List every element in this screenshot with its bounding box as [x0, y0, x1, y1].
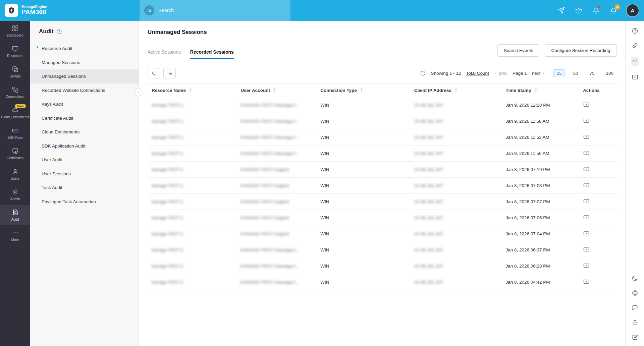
sort-icon[interactable]: [534, 88, 537, 92]
nav-item-groups[interactable]: Groups: [0, 62, 30, 82]
recorded-session-icon[interactable]: [583, 262, 590, 269]
page-size-100[interactable]: 100: [603, 69, 616, 77]
prev-page-button[interactable]: prev: [494, 71, 507, 76]
cell-value: 10.45.181.207: [414, 135, 443, 140]
sidebar-item-label: Unmanaged Sessions: [42, 74, 86, 79]
search-events-button[interactable]: Search Events: [497, 44, 540, 57]
sidebar-item-resource-audit[interactable]: Resource Audit: [30, 42, 139, 56]
actions-cell: [579, 258, 616, 274]
language-globe-icon[interactable]: [632, 290, 638, 296]
cell-value: Jan 8, 2026 07:06 PM: [505, 215, 550, 220]
tab-recorded-sessions[interactable]: Recorded Sessions: [190, 49, 234, 59]
sidebar-item-unmanaged-sessions[interactable]: Unmanaged Sessions: [30, 69, 139, 83]
nav-item-dashboard[interactable]: Dashboard: [0, 21, 30, 41]
nav-item-audit[interactable]: Audit: [0, 205, 30, 225]
cell-value: Jan 8, 2026 06:37 PM: [505, 247, 550, 252]
recorded-session-icon[interactable]: [583, 278, 590, 285]
recorded-session-icon[interactable]: [583, 117, 590, 124]
sidebar-item-keys-audit[interactable]: Keys Audit: [30, 97, 139, 111]
recorded-session-icon[interactable]: [583, 150, 590, 156]
table-search-icon[interactable]: [148, 68, 160, 78]
license-crown-icon[interactable]: [575, 7, 582, 14]
client-ip-cell: 10.45.181.207: [410, 113, 502, 129]
cell-value: 10.45.181.207: [414, 103, 443, 108]
user-account-cell: KANAGA-TEST-1\agent: [237, 162, 317, 178]
user-avatar[interactable]: A: [626, 4, 639, 17]
resource-name-cell: kanaga-TEST-1: [148, 226, 237, 242]
sidebar-item-managed-sessions[interactable]: Managed Sessions: [30, 56, 139, 70]
column-header-actions: Actions: [579, 84, 616, 97]
sidebar-item-user-audit[interactable]: User Audit: [30, 153, 139, 167]
cell-value: KANAGA-TEST-1\agent: [241, 167, 289, 172]
sidebar-item-recorded-website-connections[interactable]: Recorded Website Connections: [30, 83, 139, 98]
sidebar-item-label: SDK Application Audit: [42, 143, 86, 149]
notifications-bell-icon[interactable]: 4: [610, 7, 617, 14]
certificates-icon: [12, 148, 19, 155]
column-header-connection-type[interactable]: Connection Type: [316, 84, 410, 97]
recorded-session-icon[interactable]: [583, 198, 590, 205]
help-circle-icon[interactable]: [632, 27, 638, 34]
recorded-session-icon[interactable]: [583, 214, 590, 221]
sort-icon[interactable]: [454, 88, 458, 92]
nav-item-more[interactable]: More: [0, 225, 30, 246]
cell-value: 10.45.181.207: [414, 119, 443, 124]
column-header-resource-name[interactable]: Resource Name: [148, 84, 237, 97]
connection-type-cell: WIN: [316, 178, 410, 194]
column-header-client-ip-address[interactable]: Client IP Address: [410, 84, 502, 97]
refresh-icon[interactable]: [420, 70, 426, 76]
feedback-compose-icon[interactable]: [632, 334, 638, 341]
column-header-user-account[interactable]: User Account: [237, 84, 317, 97]
recorded-session-icon[interactable]: [583, 230, 590, 237]
announcements-icon[interactable]: [557, 7, 565, 14]
tab-active-sessions[interactable]: Active Sessions: [148, 49, 181, 59]
cell-value: kanaga-TEST-1: [152, 151, 183, 156]
recorded-session-icon[interactable]: [583, 182, 590, 188]
column-header-time-stamp[interactable]: Time Stamp: [501, 84, 579, 97]
global-search[interactable]: [140, 0, 290, 21]
nav-item-admin[interactable]: Admin: [0, 184, 30, 205]
recorded-session-icon[interactable]: [583, 166, 590, 172]
page-size-50[interactable]: 50: [570, 69, 581, 77]
nav-item-resources[interactable]: Resources: [0, 41, 30, 62]
nav-item-connections[interactable]: Connections: [0, 82, 30, 103]
dark-mode-moon-icon[interactable]: [632, 275, 638, 282]
sort-icon[interactable]: [273, 88, 276, 92]
getting-started-icon[interactable]: [632, 74, 638, 80]
sidebar-item-certificate-audit[interactable]: Certificate Audit: [30, 111, 139, 125]
nav-item-users[interactable]: Users: [0, 164, 30, 184]
sidebar-item-privileged-task-automation[interactable]: Privileged Task Automation: [30, 195, 139, 209]
configure-session-recording-button[interactable]: Configure Session Recording: [545, 44, 616, 57]
sidebar-item-user-sessions[interactable]: User Sessions: [30, 167, 139, 181]
tool-buttons: [148, 68, 176, 78]
next-page-button[interactable]: next: [532, 71, 545, 76]
sort-icon[interactable]: [360, 88, 363, 92]
cell-value: Jan 8, 2026 07:04 PM: [505, 231, 550, 236]
session-lock-icon[interactable]: [632, 319, 638, 326]
recorded-session-icon[interactable]: [583, 246, 590, 253]
page-size-25[interactable]: 25: [553, 69, 565, 77]
recorded-session-icon[interactable]: [583, 101, 590, 108]
chat-icon[interactable]: [632, 304, 638, 311]
quick-links-icon[interactable]: [632, 42, 638, 49]
sidebar-item-task-audit[interactable]: Task Audit: [30, 181, 139, 195]
nav-item-cloud-entitlements[interactable]: Cloud EntitlementsNew: [0, 103, 30, 123]
nav-item-certificates[interactable]: Certificates: [0, 143, 30, 164]
table-row: kanaga-TEST-1KANAGA-TEST-1\agentWIN10.45…: [148, 194, 616, 210]
time-stamp-cell: Jan 8, 2026 07:06 PM: [501, 210, 579, 226]
column-chooser-icon[interactable]: [163, 68, 176, 78]
global-search-input[interactable]: [158, 8, 286, 13]
nav-item-label: Groups: [10, 74, 21, 78]
sort-icon[interactable]: [189, 88, 192, 92]
nav-item-label: More: [11, 238, 19, 242]
help-circle-icon[interactable]: [56, 29, 62, 35]
total-count-link[interactable]: Total Count: [466, 71, 489, 76]
nav-item-ssh-keys[interactable]: SSHSSH Keys: [0, 123, 30, 143]
sidebar-collapse-button[interactable]: [135, 89, 143, 96]
inbox-mail-icon[interactable]: [631, 57, 639, 66]
alerts-bell-icon[interactable]: [592, 7, 600, 14]
sidebar-item-cloud-entitlements[interactable]: Cloud Entitlements: [30, 125, 139, 139]
sidebar-item-sdk-application-audit[interactable]: SDK Application Audit: [30, 139, 139, 153]
brand[interactable]: ManageEngine PAM360: [0, 4, 52, 17]
page-size-75[interactable]: 75: [586, 69, 597, 77]
recorded-session-icon[interactable]: [583, 133, 590, 140]
